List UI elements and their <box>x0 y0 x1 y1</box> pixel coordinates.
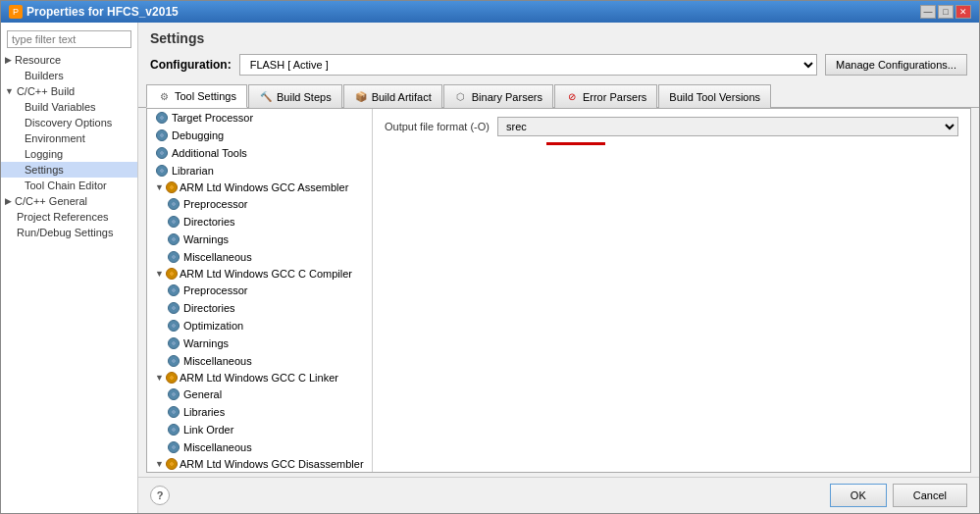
gear-icon <box>167 283 181 297</box>
build-icon: 🔨 <box>259 90 273 104</box>
gear-icon <box>155 128 169 142</box>
tab-build-steps[interactable]: 🔨 Build Steps <box>248 84 342 108</box>
tree-item-linker-general[interactable]: General <box>147 386 372 403</box>
gear-icon <box>167 232 181 246</box>
config-label: Configuration: <box>150 58 232 72</box>
sidebar: ▶ Resource Builders ▼ C/C++ Build Build … <box>1 23 138 513</box>
tree-group-c-compiler[interactable]: ▼ ARM Ltd Windows GCC C Compiler <box>147 266 372 282</box>
sidebar-item-label: Settings <box>25 164 64 176</box>
tree-item-label: Warnings <box>183 233 229 245</box>
gear-icon <box>167 440 181 454</box>
sidebar-item-label: Resource <box>15 54 61 66</box>
tree-item-cc-misc[interactable]: Miscellaneous <box>147 352 372 370</box>
window-title: Properties for HFCS_v2015 <box>26 5 179 19</box>
gear-icon: ⚙ <box>157 89 171 103</box>
gear-icon <box>167 405 181 419</box>
tree-item-linker-link-order[interactable]: Link Order <box>147 421 372 438</box>
sidebar-item-build-variables[interactable]: Build Variables <box>1 99 137 115</box>
right-panel: Output file format (-O) srec <box>373 109 970 472</box>
gear-icon <box>167 319 181 333</box>
sidebar-item-cpp-build[interactable]: ▼ C/C++ Build <box>1 83 137 99</box>
expand-arrow: ▶ <box>5 196 12 206</box>
tree-item-additional-tools[interactable]: Additional Tools <box>147 144 372 162</box>
gear-icon <box>167 387 181 401</box>
bottom-bar: ? OK Cancel <box>138 477 979 513</box>
gear-icon <box>167 215 181 229</box>
sidebar-item-environment[interactable]: Environment <box>1 130 137 146</box>
sidebar-item-toolchain-editor[interactable]: Tool Chain Editor <box>1 178 137 193</box>
gear-icon <box>167 423 181 437</box>
bottom-buttons: OK Cancel <box>830 484 967 507</box>
tree-item-cc-preprocessor[interactable]: Preprocessor <box>147 282 372 299</box>
tree-item-linker-libraries[interactable]: Libraries <box>147 403 372 421</box>
tab-error-parsers[interactable]: ⊘ Error Parsers <box>554 84 657 108</box>
properties-window: P Properties for HFCS_v2015 — □ ✕ ▶ Reso… <box>0 0 980 514</box>
tree-item-asm-misc[interactable]: Miscellaneous <box>147 248 372 266</box>
orange-gear-icon <box>166 458 178 470</box>
red-underline <box>546 142 605 145</box>
tree-item-asm-warnings[interactable]: Warnings <box>147 231 372 248</box>
cancel-button[interactable]: Cancel <box>893 484 967 507</box>
tree-item-asm-preprocessor[interactable]: Preprocessor <box>147 195 372 213</box>
tree-item-label: Optimization <box>183 320 243 332</box>
tree-item-cc-warnings[interactable]: Warnings <box>147 334 372 352</box>
title-bar: P Properties for HFCS_v2015 — □ ✕ <box>1 1 979 23</box>
tree-item-label: Librarian <box>172 165 214 177</box>
sidebar-item-cpp-general[interactable]: ▶ C/C++ General <box>1 193 137 209</box>
tree-item-cc-directories[interactable]: Directories <box>147 299 372 317</box>
tree-item-asm-directories[interactable]: Directories <box>147 213 372 231</box>
gear-icon <box>167 354 181 368</box>
sidebar-item-label: Builders <box>25 70 64 81</box>
tab-build-tool-versions[interactable]: Build Tool Versions <box>658 84 771 108</box>
binary-icon: ⬡ <box>454 90 468 104</box>
sidebar-item-label: Build Variables <box>25 101 96 113</box>
config-dropdown[interactable]: FLASH [ Active ] <box>239 54 817 76</box>
sidebar-item-logging[interactable]: Logging <box>1 146 137 162</box>
tab-binary-parsers[interactable]: ⬡ Binary Parsers <box>443 84 553 108</box>
maximize-button[interactable]: □ <box>938 5 954 19</box>
sidebar-item-settings[interactable]: Settings <box>1 162 137 178</box>
tree-item-label: ARM Ltd Windows GCC C Linker <box>180 372 338 384</box>
gear-icon <box>155 146 169 160</box>
tab-label: Tool Settings <box>175 90 236 102</box>
tab-build-artifact[interactable]: 📦 Build Artifact <box>343 84 442 108</box>
tree-item-linker-misc[interactable]: Miscellaneous <box>147 438 372 456</box>
gear-icon <box>155 164 169 178</box>
tree-item-label: Directories <box>183 302 235 314</box>
tree-item-label: Debugging <box>172 129 224 141</box>
tree-item-target-processor[interactable]: Target Processor <box>147 109 372 127</box>
sidebar-item-builders[interactable]: Builders <box>1 68 137 83</box>
tree-group-c-linker[interactable]: ▼ ARM Ltd Windows GCC C Linker <box>147 370 372 386</box>
tree-item-librarian[interactable]: Librarian <box>147 162 372 180</box>
manage-configurations-button[interactable]: Manage Configurations... <box>825 54 967 76</box>
output-format-dropdown[interactable]: srec <box>497 117 958 136</box>
output-format-label: Output file format (-O) <box>385 121 490 132</box>
tree-item-label: Preprocessor <box>183 284 247 296</box>
close-button[interactable]: ✕ <box>955 5 971 19</box>
tree-group-disassembler[interactable]: ▼ ARM Ltd Windows GCC Disassembler <box>147 456 372 472</box>
tree-item-cc-optimization[interactable]: Optimization <box>147 317 372 334</box>
sidebar-item-discovery-options[interactable]: Discovery Options <box>1 115 137 130</box>
tabs-bar: ⚙ Tool Settings 🔨 Build Steps 📦 Build Ar… <box>138 81 979 108</box>
sidebar-item-label: C/C++ Build <box>17 85 75 97</box>
tree-group-assembler[interactable]: ▼ ARM Ltd Windows GCC Assembler <box>147 180 372 195</box>
tree-item-label: Target Processor <box>172 112 253 124</box>
title-bar-left: P Properties for HFCS_v2015 <box>9 5 179 19</box>
help-button[interactable]: ? <box>150 486 170 505</box>
tree-panel: Target Processor Debugging Additional To… <box>147 109 373 472</box>
tree-item-debugging[interactable]: Debugging <box>147 127 372 144</box>
gear-icon <box>167 301 181 315</box>
tab-tool-settings[interactable]: ⚙ Tool Settings <box>146 84 247 108</box>
sidebar-item-run-debug[interactable]: Run/Debug Settings <box>1 225 137 240</box>
ok-button[interactable]: OK <box>830 484 887 507</box>
sidebar-item-project-references[interactable]: Project References <box>1 209 137 225</box>
sidebar-item-resource[interactable]: ▶ Resource <box>1 52 137 68</box>
output-format-row: Output file format (-O) srec <box>385 117 958 136</box>
tree-item-label: Directories <box>183 216 235 228</box>
sidebar-search-input[interactable] <box>7 30 131 48</box>
tab-label: Build Artifact <box>372 91 432 103</box>
minimize-button[interactable]: — <box>920 5 936 19</box>
main-panel: Settings Configuration: FLASH [ Active ]… <box>138 23 979 513</box>
tree-item-label: ARM Ltd Windows GCC Disassembler <box>180 458 364 470</box>
window-icon: P <box>9 5 23 19</box>
